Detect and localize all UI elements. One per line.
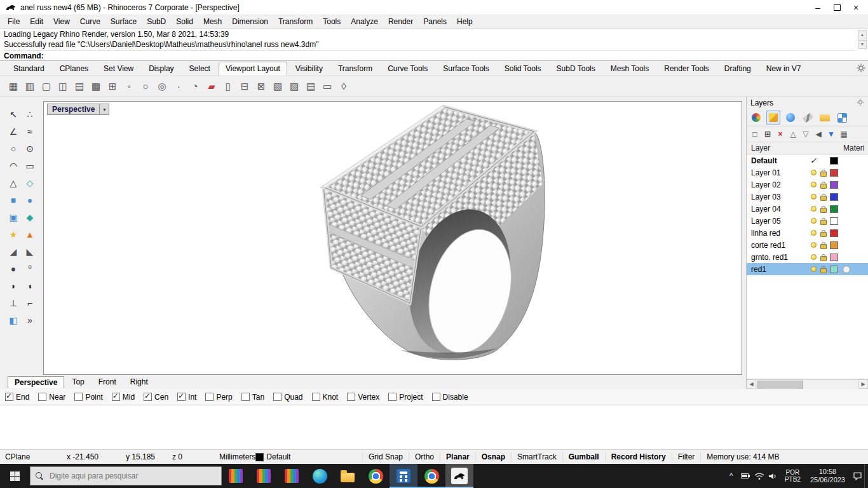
layer-column-header[interactable]: Layer [747,144,770,152]
status-toggle[interactable]: Record History [605,452,672,461]
osnap-checkbox[interactable] [112,393,120,401]
freeform-curve-icon[interactable]: ≈ [22,123,38,140]
osnap-option[interactable]: Tan [241,393,264,402]
layers-horizontal-scrollbar[interactable]: ◀ ▶ [747,379,868,389]
layer-visibility-bulb-icon[interactable] [811,194,817,200]
dot-icon[interactable]: · [170,79,187,94]
layer-lock-icon[interactable] [820,196,827,201]
action-center-icon[interactable] [850,464,864,488]
menu-item[interactable]: Help [452,16,478,27]
explode-icon[interactable]: ★ [5,226,22,243]
filter-icon[interactable]: ▼ [825,128,837,140]
minimize-button[interactable]: – [808,1,827,14]
osnap-option[interactable]: Point [74,393,102,402]
status-segment[interactable]: CPlane [5,452,67,461]
battery-icon[interactable] [738,464,752,488]
layer-row[interactable]: Layer 03 [747,191,868,203]
layer-lock-icon[interactable] [820,256,827,261]
toolbar-tab[interactable]: Transform [331,62,379,76]
menu-item[interactable]: File [3,16,25,27]
point-grid-icon[interactable]: ◦ [121,79,137,94]
status-toggle[interactable]: Gumball [562,452,605,461]
toolbar-tab[interactable]: Curve Tools [381,62,435,76]
wifi-icon[interactable] [752,464,766,488]
toolbar-tab[interactable]: Visibility [288,62,330,76]
menu-item[interactable]: SubD [142,16,171,27]
taskbar-search[interactable] [30,466,222,485]
curve-boolean-icon[interactable]: ◗ [5,277,22,294]
layer-color-swatch[interactable] [830,181,838,189]
match-properties-icon[interactable] [801,111,815,125]
menu-item[interactable]: Tools [318,16,346,27]
taskbar-clock[interactable]: 10:58 25/06/2023 [805,468,850,484]
layers-tab-icon[interactable] [766,111,780,125]
osnap-checkbox[interactable] [74,393,83,401]
viewport-menu-chevron-icon[interactable]: ▼ [100,104,109,115]
layer-visibility-bulb-icon[interactable] [811,170,817,175]
osnap-option[interactable]: Perp [205,393,232,402]
status-toggle[interactable]: Filter [672,452,701,461]
shaded-display-icon[interactable]: ◔ [187,79,203,94]
osnap-checkbox[interactable] [144,393,152,401]
table-icon[interactable]: ⊠ [253,79,269,94]
menu-item[interactable]: Analyze [346,16,383,27]
single-viewport-icon[interactable]: ▢ [38,79,55,94]
osnap-option[interactable]: Knot [312,393,339,402]
status-toggle[interactable]: SmartTrack [511,452,562,461]
hatch-icon[interactable]: ▧ [269,79,286,94]
rectangle-icon[interactable]: ▭ [22,157,38,174]
volume-icon[interactable] [766,464,780,488]
osnap-checkbox[interactable] [312,393,320,401]
layer-row[interactable]: Layer 01 [747,166,868,179]
lock-viewport-icon[interactable]: ◊ [336,79,352,94]
libraries-icon[interactable] [818,111,832,125]
layer-visibility-bulb-icon[interactable] [811,218,817,224]
layer-visibility-bulb-icon[interactable] [811,206,817,212]
start-button[interactable] [0,464,29,488]
gumball-icon[interactable]: ◧ [5,311,22,329]
collapse-all-icon[interactable]: ◀ [813,128,824,140]
viewport-tab[interactable]: Right [124,376,154,388]
layer-row[interactable]: Layer 04 [747,203,868,215]
status-toggle[interactable]: Grid Snap [362,452,409,461]
scrollbar-thumb[interactable] [757,381,803,390]
layer-visibility-bulb-icon[interactable] [811,230,817,236]
layer-lock-icon[interactable] [820,244,827,249]
shade-sphere-icon[interactable]: ● [5,260,22,277]
rhino-taskbar-icon[interactable] [445,464,473,488]
layer-material-swatch[interactable] [843,266,850,273]
color-palette-app-icon[interactable] [222,464,250,488]
material-column-header[interactable]: Materi [843,144,867,152]
osnap-circle-icon[interactable]: ◎ [154,79,170,94]
toolbar-options-gear-icon[interactable] [857,64,865,74]
new-layer-icon[interactable]: □ [749,128,761,140]
layer-row[interactable]: corte red1 [747,239,868,251]
status-segment[interactable]: z 0 [172,452,219,461]
viewport-grid-icon[interactable]: ▩ [88,79,104,94]
perspective-viewport[interactable]: Perspective ▼ [43,101,742,375]
hidden-icons-chevron[interactable]: ^ [724,464,738,488]
sphere-icon[interactable]: ● [22,191,38,208]
new-sublayer-icon[interactable]: ⊞ [762,128,773,140]
layer-color-swatch[interactable] [830,205,838,213]
arc-icon[interactable]: ◠ [5,157,22,174]
surface-icon[interactable]: ■ [5,191,22,208]
viewport-title-label[interactable]: Perspective [47,104,100,115]
show-desktop-button[interactable] [864,464,868,488]
osnap-checkbox[interactable] [205,393,214,401]
menu-item[interactable]: View [48,16,75,27]
layer-lock-icon[interactable] [820,208,827,213]
layer-color-swatch[interactable] [830,241,838,249]
chrome-browser-icon[interactable] [417,464,445,488]
layer-color-swatch[interactable] [830,169,838,177]
menu-item[interactable]: Dimension [227,16,273,27]
viewport-layout-icon[interactable]: ▥ [22,79,38,94]
move-down-icon[interactable]: ▽ [800,128,811,140]
osnap-option[interactable]: Cen [144,393,168,402]
rendering-icon[interactable] [835,111,849,125]
scroll-up-icon[interactable]: ▲ [858,30,867,39]
solid-tools-icon[interactable]: ◆ [22,208,38,226]
viewport-tab[interactable]: Top [65,376,90,388]
toolbar-tab[interactable]: Drafting [717,62,758,76]
scroll-left-icon[interactable]: ◀ [747,379,756,389]
